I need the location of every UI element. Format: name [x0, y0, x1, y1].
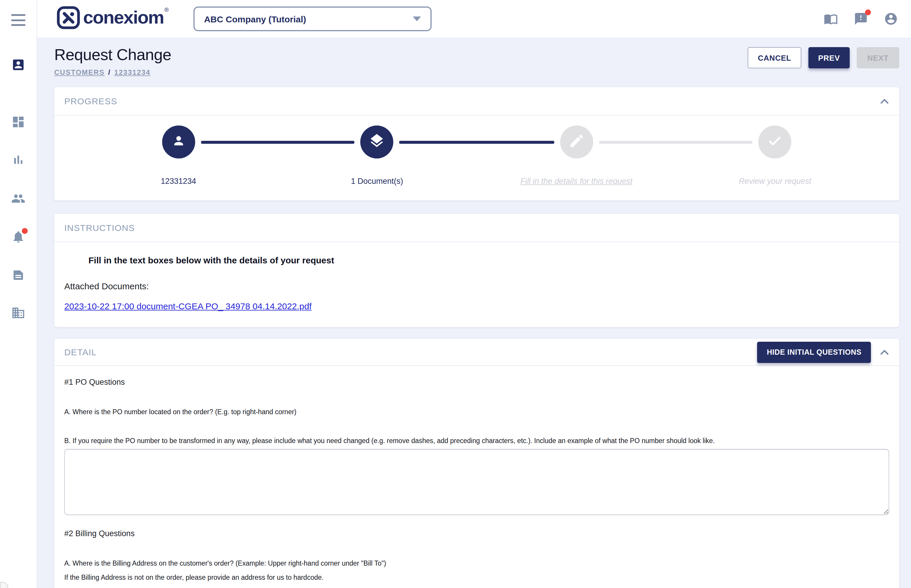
po-transform-answer-textarea[interactable] [64, 449, 889, 515]
account-circle-icon [884, 18, 898, 28]
detail-section-title: DETAIL [64, 347, 97, 357]
person-icon [170, 132, 186, 152]
progress-stepper: 12331234 1 Document(s) Fill in the detai… [54, 115, 899, 200]
hide-initial-questions-button[interactable]: HIDE INITIAL QUESTIONS [757, 341, 871, 363]
step-label-review: Review your request [739, 177, 811, 186]
app-root: conexiom ® ABC Company (Tutorial) [0, 0, 911, 588]
topbar: conexiom ® ABC Company (Tutorial) [37, 0, 911, 38]
feedback-alert-dot [865, 10, 871, 15]
logo-wordmark: conexiom [83, 5, 164, 30]
feedback-button[interactable] [854, 12, 868, 26]
menu-icon[interactable] [11, 14, 25, 26]
chat-widget-corner[interactable] [0, 582, 8, 588]
dashboard-icon [11, 121, 25, 131]
people-icon [11, 197, 25, 207]
chevron-up-icon [878, 95, 891, 108]
attachment-pdf-link[interactable]: 2023-10-22 17:00 document-CGEA PO_ 34978… [64, 301, 311, 311]
step-connector-pending [599, 141, 753, 144]
sidebar-item-company[interactable] [11, 306, 25, 320]
instructions-headline: Fill in the text boxes below with the de… [64, 255, 889, 265]
step-label-details: Fill in the details for this request [520, 177, 632, 186]
chevron-down-icon [413, 16, 421, 21]
sidebar-item-notifications[interactable] [11, 230, 25, 244]
open-book-icon [824, 18, 838, 28]
detail-card: DETAIL HIDE INITIAL QUESTIONS #1 PO Ques… [54, 339, 899, 588]
sidebar-item-contact-badge[interactable] [11, 58, 25, 72]
step-customer-circle[interactable] [162, 126, 195, 158]
documentation-button[interactable] [824, 12, 838, 26]
page-title: Request Change [54, 46, 171, 64]
progress-section-title: PROGRESS [64, 96, 117, 106]
breadcrumb-customer-id-link[interactable]: 12331234 [114, 68, 151, 77]
step-review-circle[interactable] [759, 126, 792, 158]
check-icon [767, 132, 783, 152]
sidebar-item-reports[interactable] [11, 153, 25, 167]
feedback-bubble-icon [854, 18, 868, 28]
breadcrumb: CUSTOMERS/12331234 [54, 68, 171, 77]
contact-badge-icon [11, 64, 25, 74]
sidebar-item-documents[interactable] [11, 268, 25, 282]
sidebar [0, 0, 37, 588]
progress-collapse-button[interactable] [878, 95, 891, 108]
next-button-disabled[interactable]: NEXT [857, 47, 899, 68]
step-details-circle[interactable] [560, 126, 593, 158]
document-icon [11, 274, 25, 284]
question-group-heading: #1 PO Questions [64, 378, 889, 386]
step-connector-done [399, 141, 554, 144]
question-text: If the Billing Address is not on the ord… [64, 574, 889, 581]
pencil-icon [568, 132, 585, 152]
question-text: B. If you require the PO number to be tr… [64, 437, 889, 444]
bell-icon [11, 236, 25, 246]
cancel-button[interactable]: CANCEL [748, 47, 801, 68]
step-label-documents: 1 Document(s) [351, 177, 403, 186]
progress-card: PROGRESS [54, 87, 899, 200]
instructions-card: INSTRUCTIONS Fill in the text boxes belo… [54, 214, 899, 327]
question-text: A. Where is the PO number located on the… [64, 408, 889, 415]
breadcrumb-separator: / [108, 68, 111, 77]
sidebar-item-customers[interactable] [11, 192, 25, 206]
main-content: Request Change CUSTOMERS/12331234 CANCEL… [37, 38, 911, 588]
chevron-up-icon [878, 346, 891, 359]
company-selector[interactable]: ABC Company (Tutorial) [193, 6, 432, 31]
step-label-customer: 12331234 [160, 177, 196, 186]
notification-alert-dot [22, 228, 28, 234]
conexiom-logo-mark-icon [56, 5, 81, 32]
bar-chart-icon [11, 158, 25, 168]
account-button[interactable] [884, 12, 898, 26]
registered-mark: ® [164, 6, 169, 13]
attached-documents-label: Attached Documents: [64, 281, 889, 291]
company-selector-value: ABC Company (Tutorial) [204, 14, 413, 24]
sidebar-item-dashboard[interactable] [11, 115, 25, 129]
question-group-heading: #2 Billing Questions [64, 529, 889, 538]
conexiom-logo[interactable]: conexiom ® [56, 5, 169, 32]
building-icon [11, 312, 25, 322]
breadcrumb-customers-link[interactable]: CUSTOMERS [54, 68, 105, 77]
prev-button[interactable]: PREV [809, 47, 850, 68]
step-connector-done [201, 141, 355, 144]
step-documents-circle[interactable] [361, 126, 394, 158]
question-text: A. Where is the Billing Address on the c… [64, 560, 889, 567]
instructions-section-title: INSTRUCTIONS [64, 223, 135, 233]
detail-collapse-button[interactable] [878, 346, 891, 359]
layers-icon [369, 132, 385, 152]
